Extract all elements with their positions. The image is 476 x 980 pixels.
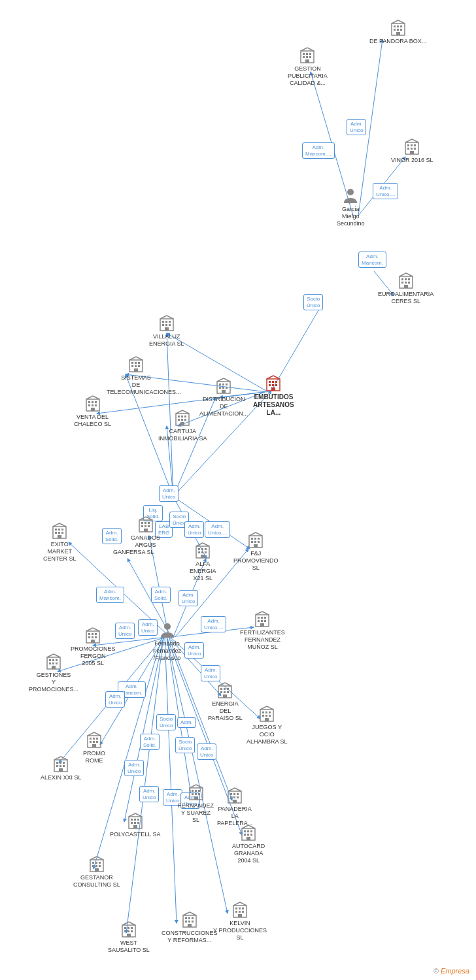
node-alexin: ALEXIN XXI SL — [41, 755, 82, 781]
label-energia: ENERGIADELPARAISO SL — [208, 700, 243, 721]
svg-rect-112 — [131, 365, 133, 367]
svg-rect-123 — [92, 404, 94, 406]
svg-rect-210 — [220, 688, 222, 690]
svg-rect-50 — [309, 53, 311, 55]
svg-rect-151 — [148, 522, 150, 524]
svg-rect-262 — [237, 793, 239, 795]
svg-rect-145 — [58, 535, 61, 538]
svg-rect-61 — [407, 148, 409, 150]
svg-rect-223 — [262, 715, 264, 717]
svg-rect-313 — [235, 911, 237, 913]
svg-rect-52 — [306, 56, 308, 58]
node-kelvin: KELVINY PRODUCCIONES SL — [211, 900, 269, 941]
svg-rect-290 — [92, 862, 94, 864]
badge-adm-unico-r3a[interactable]: Adm.Unico — [115, 623, 135, 639]
svg-rect-323 — [124, 930, 126, 932]
node-villaluz: VILLALUZENERGIA SL — [149, 314, 184, 348]
badge-adm-unico-mid3[interactable]: Adm.Unico,... — [205, 521, 230, 538]
badge-adm-mancom-1[interactable]: Adm.Mancom.... — [302, 142, 335, 159]
svg-rect-241 — [60, 762, 61, 764]
svg-rect-321 — [128, 927, 129, 929]
node-ganfersa: GANFERSA SL — [113, 547, 154, 556]
svg-rect-143 — [58, 532, 60, 534]
svg-rect-250 — [192, 790, 194, 792]
svg-rect-70 — [405, 278, 407, 280]
svg-rect-216 — [223, 694, 227, 698]
badge-adm-unico-3[interactable]: Adm.Unico — [105, 691, 125, 708]
badge-adm-mancom-euro[interactable]: Adm.Mancom. — [358, 252, 386, 268]
node-gestanor: GESTANORCONSULTING SL — [73, 855, 120, 889]
svg-rect-200 — [49, 659, 51, 661]
svg-rect-140 — [58, 529, 60, 531]
svg-rect-104 — [169, 324, 171, 326]
svg-rect-81 — [275, 381, 277, 383]
svg-rect-38 — [394, 25, 396, 27]
svg-rect-263 — [230, 796, 232, 798]
svg-rect-204 — [52, 662, 54, 664]
svg-rect-85 — [271, 387, 275, 391]
svg-rect-292 — [99, 862, 101, 864]
svg-rect-315 — [242, 911, 244, 913]
badge-adm-unico-row2[interactable]: Adm.Unico — [178, 590, 198, 606]
svg-rect-326 — [127, 934, 131, 937]
svg-rect-170 — [254, 538, 256, 540]
svg-rect-139 — [55, 529, 57, 531]
svg-rect-325 — [131, 930, 133, 932]
badge-adm-unico-1[interactable]: Adm.Unico — [347, 119, 366, 135]
node-fernando: FernandoFernandez/Francisco — [153, 621, 181, 661]
svg-rect-165 — [201, 555, 205, 558]
svg-rect-42 — [397, 29, 399, 31]
node-fj: F&JPROMOVIENDOSL — [233, 531, 279, 571]
building-icon-fj — [246, 531, 265, 549]
svg-rect-73 — [405, 282, 407, 284]
svg-rect-135 — [180, 422, 184, 425]
building-icon-construcciones — [180, 910, 199, 928]
badge-adm-unico-fernando[interactable]: Adm.Unico — [184, 642, 204, 659]
svg-rect-79 — [269, 381, 271, 383]
label-construcciones: CONSTRUCCIONESY REFORMAS... — [162, 930, 218, 944]
node-venta: VENTA DELCHALECO SL — [74, 394, 111, 428]
badge-adm-solid-4[interactable]: Adm.Solid. — [140, 734, 160, 750]
building-icon-ganados — [137, 515, 155, 533]
label-polycastell: POLYCASTELL SA — [110, 831, 161, 838]
badge-adm-solid-mid[interactable]: Adm.Solid. — [102, 528, 122, 544]
label-embutidos: EMBUTIDOSARTESANOSLA... — [253, 393, 294, 417]
badge-socio-unico-4[interactable]: SocioÚnico — [156, 714, 176, 730]
badge-adm-unico-energia[interactable]: Adm.Unico — [201, 665, 220, 681]
node-exito: EXITOMARKETCENTER SL — [43, 521, 76, 562]
svg-rect-59 — [411, 144, 413, 146]
badge-adm-solid-2[interactable]: Adm.Solid. — [151, 587, 171, 603]
badge-adm-4[interactable]: Adm. — [177, 717, 196, 728]
svg-rect-114 — [138, 365, 140, 367]
svg-rect-224 — [265, 715, 267, 717]
badge-adm-unico-4c[interactable]: Adm.Unico — [197, 743, 216, 760]
svg-rect-69 — [401, 278, 403, 280]
svg-rect-282 — [250, 830, 252, 832]
svg-rect-191 — [92, 633, 94, 635]
building-icon-panaderia — [226, 786, 244, 804]
badge-socio-unico-1[interactable]: SocioÚnico — [303, 294, 323, 310]
badge-adm-unico-r3c[interactable]: Adm.Unico.... — [201, 616, 226, 632]
badge-adm-unico-5a[interactable]: Adm.Unico — [139, 786, 159, 802]
svg-rect-64 — [410, 151, 414, 154]
svg-rect-205 — [56, 662, 58, 664]
label-gestanor: GESTANORCONSULTING SL — [73, 874, 120, 889]
badge-socio-unico-4b[interactable]: SocioÚnico — [175, 737, 195, 753]
badge-adm-unico-vinor[interactable]: Adm.Unico.... — [373, 183, 398, 199]
label-rome: PROMOROME — [83, 750, 105, 764]
building-icon-gestiones — [44, 652, 63, 670]
svg-rect-295 — [99, 865, 101, 867]
node-embutidos: EMBUTIDOSARTESANOSLA... — [253, 374, 294, 417]
label-juegos: JUEGOS YOCIOALHAMBRA SL — [246, 724, 288, 745]
node-cartuja: CARTUJAINMOBILIARIA SA — [158, 408, 207, 442]
building-icon-distribucion — [214, 376, 233, 395]
badge-adm-mancom-2[interactable]: Adm.Mancom. — [96, 587, 124, 603]
svg-rect-113 — [135, 365, 137, 367]
svg-rect-286 — [246, 837, 250, 840]
badge-adm-unico-mid2[interactable]: Adm.Unico — [184, 521, 204, 538]
badge-adm-unico-mid[interactable]: Adm.Unico — [159, 485, 178, 502]
node-gestion: GESTIONPUBLICITARIACALIDAD &... — [288, 46, 328, 86]
svg-rect-294 — [95, 865, 97, 867]
svg-rect-60 — [414, 144, 416, 146]
badge-adm-unico-rome[interactable]: Adm.Unico — [124, 760, 144, 776]
